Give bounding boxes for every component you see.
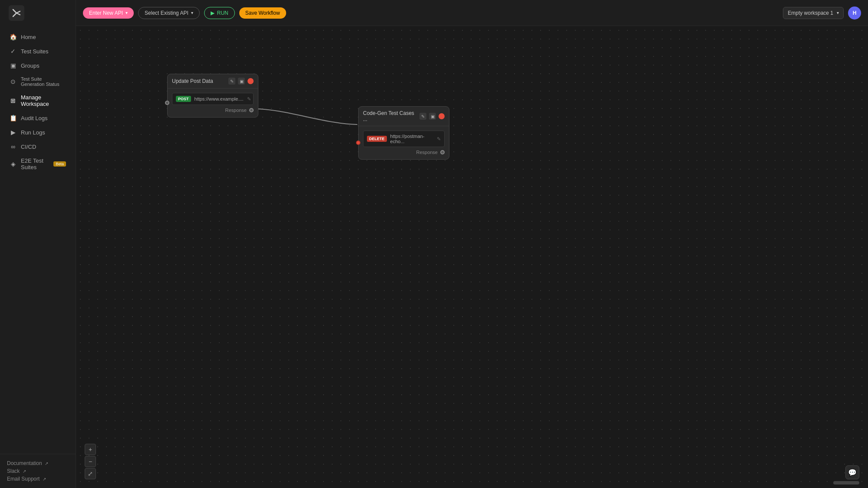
node1-endpoint: POST https://www.example.... ✎	[172, 93, 254, 105]
beta-badge: Beta	[53, 161, 66, 167]
e2e-icon: ◈	[10, 160, 17, 167]
doc-link[interactable]: Documentation ↗	[7, 459, 69, 467]
node1-left-connector[interactable]	[165, 101, 169, 105]
node1-method-badge: POST	[176, 96, 191, 102]
node2-body: DELETE https://postman-echo... ✎ Respons…	[359, 126, 449, 159]
workspace-name: Empty workspace 1	[788, 10, 833, 16]
sidebar-footer: Documentation ↗ Slack ↗ Email Support ↗	[0, 454, 76, 488]
gen-icon: ⊙	[10, 78, 17, 85]
zoom-in-button[interactable]: +	[85, 444, 96, 455]
sidebar-item-test-suites[interactable]: ✓ Test Suites	[3, 44, 73, 58]
home-icon: 🏠	[10, 33, 17, 40]
node2-left-connector[interactable]	[356, 141, 360, 145]
node2-endpoint: DELETE https://postman-echo... ✎	[363, 131, 445, 147]
node2-output-connector[interactable]	[440, 150, 445, 154]
workspace-icon: ⊞	[10, 97, 17, 104]
save-workflow-button[interactable]: Save Workflow	[239, 7, 286, 19]
node2-method-badge: DELETE	[367, 136, 387, 142]
sidebar-item-groups[interactable]: ▣ Groups	[3, 59, 73, 72]
sidebar-label-run-logs: Run Logs	[21, 129, 45, 136]
slack-link[interactable]: Slack ↗	[7, 467, 69, 475]
node1-response-label: Response	[225, 108, 247, 113]
logo	[0, 0, 76, 26]
sidebar-label-e2e: E2E Test Suites	[21, 157, 47, 170]
cicd-icon: ∞	[10, 143, 17, 150]
zoom-out-button[interactable]: −	[85, 456, 96, 467]
sidebar: 🏠 Home ✓ Test Suites ▣ Groups ⊙ Test Sui…	[0, 0, 76, 488]
sidebar-item-test-suite-gen[interactable]: ⊙ Test Suite Generation Status	[3, 73, 73, 90]
zoom-controls: + − ⤢	[85, 444, 96, 479]
node1-toggle-button[interactable]: ▣	[238, 78, 245, 85]
sidebar-label-groups: Groups	[21, 62, 40, 69]
node1-response: Response	[172, 105, 254, 113]
enter-api-dropdown-icon: ▾	[125, 10, 128, 15]
sidebar-item-e2e-test-suites[interactable]: ◈ E2E Test Suites Beta	[3, 154, 73, 174]
topbar: Enter New API ▾ Select Existing API ▾ ▶ …	[76, 0, 868, 26]
canvas[interactable]: Update Post Data ✎ ▣ POST https://www.ex…	[76, 26, 868, 488]
sidebar-item-run-logs[interactable]: ▶ Run Logs	[3, 125, 73, 139]
node1-title: Update Post Data	[172, 78, 226, 84]
node1-edit-button[interactable]: ✎	[228, 78, 235, 85]
node1-output-connector[interactable]	[249, 108, 254, 112]
external-link-icon-email: ↗	[43, 477, 46, 481]
logo-icon	[9, 5, 24, 21]
node-update-post-data[interactable]: Update Post Data ✎ ▣ POST https://www.ex…	[167, 74, 258, 118]
workspace-dropdown-icon: ▾	[837, 10, 839, 15]
external-link-icon-doc: ↗	[45, 461, 48, 466]
node2-close-button[interactable]	[439, 113, 445, 119]
sidebar-nav: 🏠 Home ✓ Test Suites ▣ Groups ⊙ Test Sui…	[0, 26, 76, 454]
node2-toggle-button[interactable]: ▣	[429, 113, 436, 120]
sidebar-label-gen: Test Suite Generation Status	[21, 76, 66, 87]
fit-button[interactable]: ⤢	[85, 468, 96, 479]
sidebar-item-manage-workspace[interactable]: ⊞ Manage Workspace	[3, 91, 73, 111]
node1-close-button[interactable]	[248, 78, 254, 84]
sidebar-item-home[interactable]: 🏠 Home	[3, 30, 73, 44]
sidebar-label-audit-logs: Audit Logs	[21, 115, 47, 121]
node1-header: Update Post Data ✎ ▣	[168, 74, 258, 88]
node2-url: https://postman-echo...	[390, 134, 433, 144]
select-existing-api-button[interactable]: Select Existing API ▾	[138, 7, 200, 19]
enter-new-api-button[interactable]: Enter New API ▾	[83, 7, 134, 19]
node1-body: POST https://www.example.... ✎ Response	[168, 88, 258, 117]
node1-url: https://www.example....	[195, 96, 244, 102]
node2-response-label: Response	[416, 150, 438, 155]
sidebar-label-home: Home	[21, 34, 36, 40]
sidebar-label-test-suites: Test Suites	[21, 48, 49, 55]
run-button[interactable]: ▶ RUN	[204, 7, 235, 19]
node2-response: Response	[363, 147, 445, 155]
sidebar-label-cicd: CI/CD	[21, 144, 36, 150]
user-avatar[interactable]: H	[848, 7, 861, 20]
email-support-link[interactable]: Email Support ↗	[7, 475, 69, 483]
workspace-selector[interactable]: Empty workspace 1 ▾	[783, 7, 844, 19]
check-icon: ✓	[10, 48, 17, 55]
node2-header: Code-Gen Test Cases ... ✎ ▣	[359, 107, 449, 126]
node2-url-edit-icon[interactable]: ✎	[437, 136, 441, 142]
main-area: Enter New API ▾ Select Existing API ▾ ▶ …	[76, 0, 868, 488]
node2-edit-button[interactable]: ✎	[419, 113, 426, 120]
run-play-icon: ▶	[211, 10, 215, 16]
audit-icon: 📋	[10, 115, 17, 121]
groups-icon: ▣	[10, 62, 17, 69]
chat-symbol: 💬	[848, 468, 857, 477]
horizontal-scrollbar[interactable]	[833, 481, 859, 485]
external-link-icon-slack: ↗	[23, 469, 26, 474]
node1-url-edit-icon[interactable]: ✎	[247, 96, 251, 102]
select-api-dropdown-icon: ▾	[191, 10, 193, 15]
chat-icon[interactable]: 💬	[845, 465, 859, 479]
run-logs-icon: ▶	[10, 129, 17, 136]
node-codegen-test-cases[interactable]: Code-Gen Test Cases ... ✎ ▣ DELETE https…	[358, 106, 449, 160]
sidebar-item-cicd[interactable]: ∞ CI/CD	[3, 140, 73, 154]
sidebar-label-manage-workspace: Manage Workspace	[21, 94, 66, 107]
node2-title: Code-Gen Test Cases ...	[363, 110, 417, 122]
sidebar-item-audit-logs[interactable]: 📋 Audit Logs	[3, 111, 73, 125]
